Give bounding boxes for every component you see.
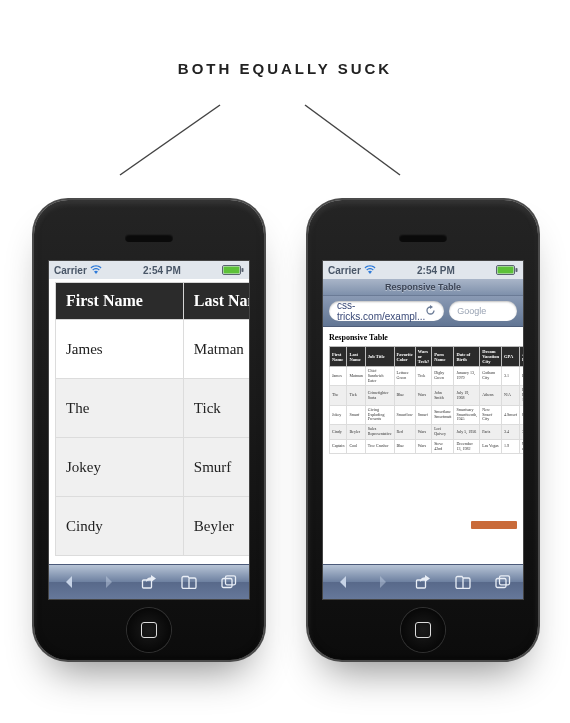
cell: Athens: [480, 386, 502, 405]
forward-icon[interactable]: [96, 571, 122, 593]
cell: Smurflane Smurfmutt: [432, 405, 454, 424]
back-icon[interactable]: [56, 571, 82, 593]
cell: New Smurf City: [480, 405, 502, 424]
phone-device-left: Carrier 2:54 PM First NameLast NameJob T…: [34, 200, 264, 660]
carrier-label: Carrier: [54, 265, 87, 276]
pages-icon[interactable]: [216, 571, 242, 593]
cell: Digby Green: [432, 367, 454, 386]
cell: One: [520, 405, 523, 424]
cell: Captain: [330, 439, 347, 454]
col-header: Date of Birth: [454, 347, 480, 367]
page-heading: Responsive Table: [329, 333, 517, 342]
cell: Giving Exploding Presents: [365, 405, 394, 424]
svg-rect-13: [500, 576, 510, 585]
address-bar: css-tricks.com/exampl... Google: [323, 296, 523, 327]
cell: John Smith: [432, 386, 454, 405]
back-icon[interactable]: [330, 571, 356, 593]
cell: 1.9: [502, 439, 520, 454]
table-row: JokeySmurfGiving Exploding PresentsSmurf…: [330, 405, 524, 424]
battery-icon: [222, 265, 244, 275]
browser-toolbar: [323, 564, 523, 599]
share-icon[interactable]: [410, 571, 436, 593]
cell: Wars: [415, 386, 431, 405]
svg-rect-12: [496, 579, 506, 588]
url-text: css-tricks.com/exampl...: [337, 300, 425, 322]
svg-line-0: [120, 105, 220, 175]
col-header: Wars or Trek?: [415, 347, 431, 367]
battery-icon: [496, 265, 518, 275]
clock: 2:54 PM: [417, 265, 455, 276]
data-table: First NameLast NameJob T JamesMatmanChie…: [55, 282, 249, 556]
cell: Jokey: [330, 405, 347, 424]
col-header: Last Name: [347, 347, 365, 367]
bookmarks-icon[interactable]: [450, 571, 476, 593]
cell: Cindy: [330, 425, 347, 440]
table-row: JokeySmurfGiving Presen: [56, 438, 250, 497]
cell: RBX-12: [520, 367, 523, 386]
cell: James: [330, 367, 347, 386]
cell: Blue: [394, 439, 415, 454]
col-header: Porn Name: [432, 347, 454, 367]
cell: Smurflow: [394, 405, 415, 424]
col-header: Job Title: [365, 347, 394, 367]
table-row: JamesMatmanChief S Eater: [56, 320, 250, 379]
cell: Smurf: [183, 438, 249, 497]
cell: James: [56, 320, 184, 379]
col-header: Last Name: [183, 283, 249, 320]
cell: Chief Sandwich Eater: [365, 367, 394, 386]
phone-screen: Carrier 2:54 PM Responsive Table css-tri: [322, 260, 524, 600]
cell: Matman: [183, 320, 249, 379]
cell: Gotham City: [480, 367, 502, 386]
table-row: TheTickCrimef Sorta: [56, 379, 250, 438]
home-button[interactable]: [401, 608, 445, 652]
page-body: Responsive Table First NameLast NameJob …: [323, 327, 523, 460]
table-row: TheTickCrimefighter SortaBlueWarsJohn Sm…: [330, 386, 524, 405]
cell: N/A: [502, 386, 520, 405]
bookmarks-icon[interactable]: [176, 571, 202, 593]
cell: 4.Smurf: [502, 405, 520, 424]
cell: 3.1: [502, 367, 520, 386]
share-icon[interactable]: [136, 571, 162, 593]
cell: Smurf: [415, 405, 431, 424]
cell: Las Vegas: [480, 439, 502, 454]
svg-rect-7: [226, 576, 236, 585]
forward-icon[interactable]: [370, 571, 396, 593]
cell: Smurfuary Smurfteenth, 1945: [454, 405, 480, 424]
reload-icon[interactable]: [425, 305, 436, 318]
search-input[interactable]: Google: [449, 301, 517, 321]
status-bar: Carrier 2:54 PM: [49, 261, 249, 280]
svg-rect-10: [497, 267, 513, 274]
pages-icon[interactable]: [490, 571, 516, 593]
table-row: CaptainCoolTree CrusherBlueWarsSteve 42n…: [330, 439, 524, 454]
home-button[interactable]: [127, 608, 171, 652]
cell: Cindy: [56, 497, 184, 556]
cell: Lori Quivey: [432, 425, 454, 440]
cell: Paris: [480, 425, 502, 440]
content-area[interactable]: Responsive Table css-tricks.com/exampl..…: [323, 279, 523, 565]
svg-rect-6: [222, 579, 232, 588]
phone-speaker: [125, 234, 173, 242]
clock: 2:54 PM: [143, 265, 181, 276]
cell: Edlund, Ben (July 1996): [520, 386, 523, 405]
content-area[interactable]: First NameLast NameJob T JamesMatmanChie…: [49, 279, 249, 565]
col-header: First Name: [56, 283, 184, 320]
cell: Wars: [415, 425, 431, 440]
url-field[interactable]: css-tricks.com/exampl...: [329, 301, 444, 321]
search-placeholder: Google: [457, 306, 486, 316]
carrier-label: Carrier: [328, 265, 361, 276]
cell: Jokey: [56, 438, 184, 497]
cell: Beyler: [183, 497, 249, 556]
cell: Sales Representative: [365, 425, 394, 440]
phone-device-right: Carrier 2:54 PM Responsive Table css-tri: [308, 200, 538, 660]
svg-rect-9: [515, 268, 517, 272]
svg-rect-5: [143, 580, 152, 588]
cell: 3.4: [502, 425, 520, 440]
phone-screen: Carrier 2:54 PM First NameLast NameJob T…: [48, 260, 250, 600]
cell: Under the couch: [520, 439, 523, 454]
page-title: BOTH EQUALLY SUCK: [0, 60, 570, 77]
col-header: Arbitrary Data: [520, 347, 523, 367]
cell: Crimefighter Sorta: [365, 386, 394, 405]
svg-line-1: [305, 105, 400, 175]
col-header: Dream Vacation City: [480, 347, 502, 367]
browser-toolbar: [49, 564, 249, 599]
